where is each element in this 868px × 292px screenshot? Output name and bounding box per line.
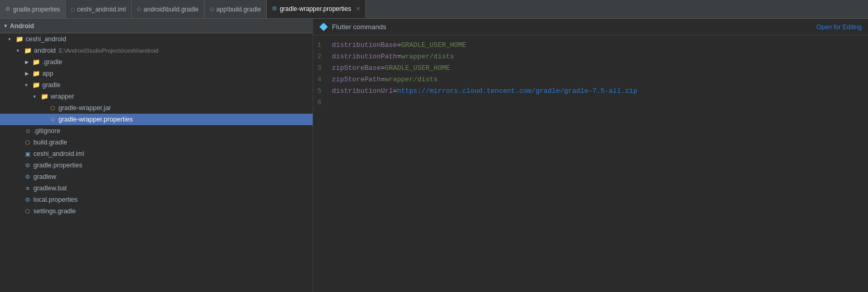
- tree-label: gradle.properties: [33, 162, 82, 169]
- tree-item-gradle-mid[interactable]: ▾ 📁 gradle: [0, 79, 313, 91]
- tree-label: android: [34, 47, 56, 54]
- main-layout: ▾ Android ▾ 📁 ceshi_android ▾ 📁 android …: [0, 19, 868, 292]
- settings-icon: ⚙: [272, 5, 277, 12]
- tree-item-gitignore[interactable]: ⊘ .gitignore: [0, 125, 313, 137]
- code-line-6: [328, 97, 868, 108]
- tree-item-gradlew-bat[interactable]: ≡ gradlew.bat: [0, 182, 313, 194]
- prop-eq: =: [393, 87, 397, 95]
- tab-gradle-wrapper-properties[interactable]: ⚙ gradle-wrapper.properties ✕: [267, 0, 366, 18]
- tree-item-build-gradle[interactable]: ⬡ build.gradle: [0, 137, 313, 148]
- code-editor[interactable]: 1 2 3 4 5 6 distributionBase=GRADLE_USER…: [313, 35, 868, 292]
- tab-android-build-gradle[interactable]: ◇ android\build.gradle: [132, 0, 204, 18]
- expand-arrow: ▶: [25, 59, 32, 65]
- line-num-5: 5: [317, 86, 322, 97]
- settings-icon: ⚙: [5, 6, 10, 13]
- tree-label: .gitignore: [33, 127, 60, 135]
- tree-item-gradle-wrapper-properties[interactable]: ⚙ gradle-wrapper.properties: [0, 114, 313, 125]
- tree-item-gradle-wrapper-jar[interactable]: ⬡ gradle-wrapper.jar: [0, 102, 313, 114]
- prop-val: wrapper/dists: [385, 76, 437, 83]
- flutter-toolbar-title: Flutter commands: [332, 23, 386, 31]
- line-num-6: 6: [317, 97, 322, 108]
- line-num-4: 4: [317, 74, 322, 86]
- prop-val: wrapper/dists: [401, 53, 454, 60]
- bat-icon: ≡: [24, 185, 31, 191]
- gradle-icon: ◇: [210, 6, 214, 13]
- flutter-toolbar: Flutter commands Open for Editing: [313, 19, 868, 35]
- tab-close-button[interactable]: ✕: [356, 6, 360, 11]
- tabs-bar: ⚙ gradle.properties □ ceshi_android.iml …: [0, 0, 868, 19]
- line-num-3: 3: [317, 63, 322, 74]
- gitignore-icon: ⊘: [24, 128, 31, 135]
- gradle-file-icon: ⬡: [24, 208, 31, 215]
- tree-item-ceshi-android-iml[interactable]: ▣ ceshi_android.iml: [0, 148, 313, 160]
- tree-label: ceshi_android: [26, 35, 66, 43]
- sidebar-header: ▾ Android: [0, 19, 313, 33]
- tree-label: ceshi_android.iml: [33, 150, 84, 157]
- jar-icon: ⬡: [49, 105, 56, 112]
- expand-arrow: ▾: [8, 36, 16, 42]
- tree-label: settings.gradle: [33, 208, 76, 215]
- tree-label: build.gradle: [33, 139, 67, 146]
- sidebar-arrow: ▾: [4, 23, 7, 29]
- tree-label: gradle: [42, 81, 61, 89]
- folder-icon: 📁: [24, 47, 32, 54]
- tree-item-wrapper[interactable]: ▾ 📁 wrapper: [0, 91, 313, 102]
- tree-item-settings-gradle[interactable]: ⬡ settings.gradle: [0, 205, 313, 217]
- expand-arrow: ▶: [25, 71, 32, 76]
- gradlew-icon: ⚙: [24, 174, 31, 180]
- tab-gradle-properties[interactable]: ⚙ gradle.properties: [0, 0, 66, 18]
- folder-icon: 📁: [32, 58, 40, 66]
- tree-label: local.properties: [33, 196, 78, 203]
- flutter-icon: [319, 23, 328, 31]
- tree-item-local-properties[interactable]: ⚙ local.properties: [0, 194, 313, 205]
- line-numbers: 1 2 3 4 5 6: [313, 35, 328, 292]
- settings-file-icon: ⚙: [49, 116, 56, 123]
- settings-file-icon: ⚙: [24, 162, 31, 169]
- tree-item-gradle-properties[interactable]: ⚙ gradle.properties: [0, 160, 313, 171]
- code-content: distributionBase=GRADLE_USER_HOME distri…: [328, 35, 868, 292]
- editor-area: Flutter commands Open for Editing 1 2 3 …: [313, 19, 868, 292]
- tree-label: gradle-wrapper.jar: [58, 104, 111, 112]
- prop-key: distributionUrl: [332, 87, 393, 95]
- tree-item-ceshi-android[interactable]: ▾ 📁 ceshi_android: [0, 33, 313, 45]
- tree-item-app[interactable]: ▶ 📁 app: [0, 68, 313, 79]
- tree-label: app: [42, 70, 53, 77]
- prop-key: zipStorePath: [332, 76, 381, 83]
- prop-key: distributionBase: [332, 41, 397, 49]
- gradle-file-icon: ⬡: [24, 139, 31, 146]
- code-line-4: zipStorePath=wrapper/dists: [328, 74, 868, 86]
- tab-label: android\build.gradle: [144, 6, 198, 13]
- line-num-2: 2: [317, 51, 322, 63]
- open-for-editing-link[interactable]: Open for Editing: [816, 23, 862, 31]
- folder-icon: 📁: [32, 81, 40, 89]
- folder-icon: 📁: [16, 35, 23, 43]
- tree-item-android[interactable]: ▾ 📁 android E:\AndroidStudioProjects\ces…: [0, 45, 313, 56]
- tree-label: gradlew.bat: [33, 185, 67, 192]
- tree-item-gradle-top[interactable]: ▶ 📁 .gradle: [0, 56, 313, 68]
- tab-label: gradle.properties: [13, 6, 60, 13]
- tab-label: ceshi_android.iml: [77, 6, 126, 13]
- expand-arrow: ▾: [33, 94, 41, 99]
- line-num-1: 1: [317, 40, 322, 51]
- prop-val: GRADLE_USER_HOME: [385, 64, 450, 72]
- settings-file-icon: ⚙: [24, 197, 31, 203]
- tab-label: gradle-wrapper.properties: [280, 5, 351, 13]
- folder-icon: 📁: [41, 93, 49, 100]
- tree-label: gradlew: [33, 173, 56, 180]
- tab-ceshi-android-iml[interactable]: □ ceshi_android.iml: [66, 0, 132, 18]
- tree-item-gradlew[interactable]: ⚙ gradlew: [0, 171, 313, 182]
- code-line-2: distributionPath=wrapper/dists: [328, 51, 868, 63]
- prop-key: zipStoreBase: [332, 64, 381, 72]
- sidebar: ▾ Android ▾ 📁 ceshi_android ▾ 📁 android …: [0, 19, 313, 292]
- prop-val: https://mirrors.cloud.tencent.com/gradle…: [397, 87, 637, 95]
- prop-key: distributionPath: [332, 53, 397, 60]
- iml-icon: □: [71, 6, 75, 13]
- tree-label: wrapper: [51, 93, 74, 100]
- tab-app-build-gradle[interactable]: ◇ app\build.gradle: [205, 0, 267, 18]
- gradle-icon: ◇: [137, 6, 141, 13]
- expand-arrow: ▾: [17, 48, 24, 53]
- expand-arrow: ▾: [25, 82, 32, 88]
- code-line-3: zipStoreBase=GRADLE_USER_HOME: [328, 63, 868, 74]
- folder-icon: 📁: [32, 70, 40, 77]
- tab-label: app\build.gradle: [217, 6, 261, 13]
